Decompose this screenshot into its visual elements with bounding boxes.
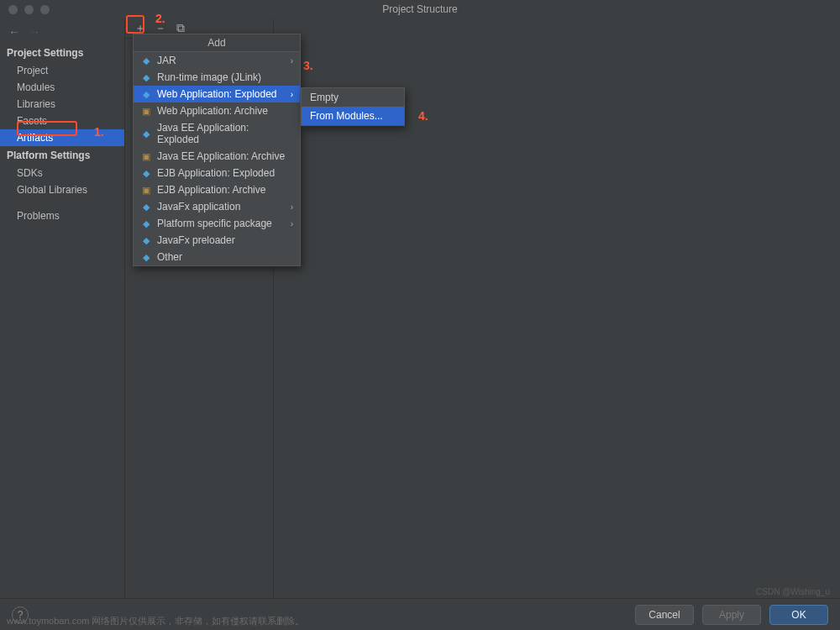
add-menu-item-javaee-exploded[interactable]: ◆Java EE Application: Exploded [134, 119, 300, 148]
chevron-right-icon: › [291, 56, 293, 66]
sidebar-item-facets[interactable]: Facets [0, 113, 124, 129]
sidebar-item-global-libraries[interactable]: Global Libraries [0, 181, 124, 198]
menu-item-label: Run-time image (JLink) [157, 71, 261, 83]
menu-item-label: Java EE Application: Archive [157, 150, 285, 162]
menu-item-label: JAR [157, 55, 176, 66]
section-header-platform-settings: Platform Settings [0, 146, 124, 165]
watermark-text: www.toymoban.com 网络图片仅供展示，非存储，如有侵权请联系删除。 [7, 615, 304, 627]
menu-item-label: JavaFx application [157, 201, 240, 213]
add-menu-item-web-exploded[interactable]: ◆Web Application: Exploded› [134, 86, 300, 102]
title-bar: Project Structure [0, 0, 840, 18]
menu-item-label: Java EE Application: Exploded [157, 122, 293, 145]
diamond-icon: ◆ [140, 88, 152, 100]
menu-item-label: EJB Application: Archive [157, 184, 265, 196]
diamond-icon: ◆ [140, 251, 152, 263]
web-exploded-submenu: Empty From Modules... [301, 87, 405, 126]
window-controls [8, 5, 50, 14]
sidebar-item-libraries[interactable]: Libraries [0, 96, 124, 113]
add-menu-title: Add [134, 34, 300, 52]
add-menu-item-javafx-preloader[interactable]: ◆JavaFx preloader [134, 232, 300, 249]
chevron-right-icon: › [291, 219, 293, 228]
diamond-icon: ◆ [140, 55, 152, 66]
back-arrow-icon[interactable]: ← [8, 25, 20, 39]
cancel-button[interactable]: Cancel [635, 605, 694, 625]
menu-item-label: EJB Application: Exploded [157, 167, 275, 179]
diamond-icon: ◆ [140, 234, 152, 246]
menu-item-label: Web Application: Archive [157, 105, 268, 117]
add-artifact-menu: Add ◆JAR› ◆Run-time image (JLink) ◆Web A… [133, 34, 301, 266]
diamond-icon: ◆ [140, 201, 152, 213]
add-menu-item-javaee-archive[interactable]: ▣Java EE Application: Archive [134, 148, 300, 165]
window-title: Project Structure [382, 3, 457, 15]
add-menu-item-ejb-archive[interactable]: ▣EJB Application: Archive [134, 181, 300, 198]
menu-item-label: Other [157, 251, 182, 263]
chevron-right-icon: › [291, 202, 293, 212]
sidebar-item-sdks[interactable]: SDKs [0, 165, 124, 181]
menu-item-label: Web Application: Exploded [157, 88, 277, 100]
diamond-icon: ◆ [140, 167, 152, 179]
close-window-icon[interactable] [8, 5, 18, 14]
add-menu-item-platform-package[interactable]: ◆Platform specific package› [134, 215, 300, 232]
section-header-project-settings: Project Settings [0, 44, 124, 62]
add-menu-item-other[interactable]: ◆Other [134, 249, 300, 265]
add-menu-item-jar[interactable]: ◆JAR› [134, 52, 300, 69]
watermark-right: CSDN @Wishing_u [756, 587, 830, 596]
ok-button[interactable]: OK [769, 605, 828, 625]
sidebar-item-problems[interactable]: Problems [0, 207, 124, 225]
menu-item-label: JavaFx preloader [157, 234, 235, 246]
diamond-icon: ◆ [140, 218, 152, 229]
minimize-window-icon[interactable] [24, 5, 34, 14]
submenu-item-from-modules[interactable]: From Modules... [302, 107, 404, 125]
sidebar-item-project[interactable]: Project [0, 62, 124, 79]
archive-icon: ▣ [140, 184, 152, 196]
add-menu-item-jlink[interactable]: ◆Run-time image (JLink) [134, 69, 300, 86]
submenu-item-empty[interactable]: Empty [302, 88, 404, 107]
archive-icon: ▣ [140, 150, 152, 162]
menu-item-label: Platform specific package [157, 218, 272, 229]
add-menu-item-javafx-app[interactable]: ◆JavaFx application› [134, 198, 300, 215]
sidebar-item-artifacts[interactable]: Artifacts [0, 129, 124, 146]
diamond-icon: ◆ [140, 71, 152, 83]
forward-arrow-icon[interactable]: → [29, 25, 40, 39]
sidebar-item-modules[interactable]: Modules [0, 79, 124, 96]
add-menu-item-web-archive[interactable]: ▣Web Application: Archive [134, 102, 300, 119]
nav-arrows: ← → [0, 24, 124, 44]
add-menu-item-ejb-exploded[interactable]: ◆EJB Application: Exploded [134, 165, 300, 181]
sidebar: ← → Project Settings Project Modules Lib… [0, 18, 124, 598]
diamond-icon: ◆ [140, 128, 152, 139]
apply-button[interactable]: Apply [702, 605, 761, 625]
maximize-window-icon[interactable] [40, 5, 50, 14]
archive-icon: ▣ [140, 105, 152, 117]
chevron-right-icon: › [291, 90, 293, 99]
